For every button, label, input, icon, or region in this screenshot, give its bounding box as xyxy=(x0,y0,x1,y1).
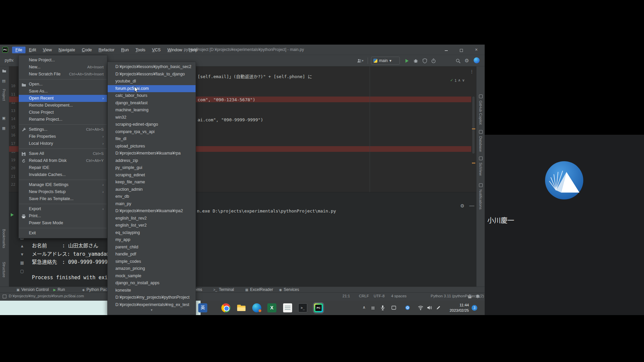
status-widget[interactable]: 21:1 xyxy=(342,294,350,298)
file-menu-item-file-properties[interactable]: File Properties› xyxy=(19,133,107,140)
sidebar-item-github-copilot[interactable]: GitHub Copilot xyxy=(479,101,483,125)
recent-project-item[interactable]: english_list_rev2 xyxy=(108,215,196,222)
recent-project-item[interactable]: handle_pdf xyxy=(108,251,196,258)
file-menu-item-new[interactable]: New...Alt+Insert xyxy=(19,64,107,71)
file-menu-item-new-project[interactable]: New Project... xyxy=(19,57,107,64)
file-menu-item-manage-ide-settings[interactable]: Manage IDE Settings› xyxy=(19,181,107,188)
file-menu-item-close-project[interactable]: Close Project xyxy=(19,109,107,116)
console-tool-icon[interactable]: ▦ xyxy=(20,260,25,265)
file-menu-item-reload-all-from-disk[interactable]: Reload All from DiskCtrl+Alt+Y xyxy=(19,157,107,164)
menu-navigate[interactable]: Navigate xyxy=(55,47,78,53)
bell-icon[interactable] xyxy=(476,294,480,299)
minimize-button[interactable] xyxy=(441,47,451,53)
file-menu-item-save-file-as-template[interactable]: Save File as Template... xyxy=(19,195,107,202)
file-menu-item-settings[interactable]: Settings...Ctrl+Alt+S xyxy=(19,126,107,133)
notes-icon[interactable] xyxy=(283,303,292,312)
recent-project-item[interactable]: env_db xyxy=(108,193,196,200)
file-menu-item-remote-development[interactable]: Remote Development... xyxy=(19,102,107,109)
recent-project-item[interactable]: D:¥projects¥members¥ikuama¥rpa xyxy=(108,150,196,157)
console-tool-icon[interactable]: ▢ xyxy=(20,269,25,274)
chrome-icon[interactable] xyxy=(221,303,230,312)
file-menu-item-save-all[interactable]: Save AllCtrl+S xyxy=(19,150,107,157)
grid-icon[interactable] xyxy=(371,306,375,310)
recent-project-item[interactable]: my_app xyxy=(108,236,196,244)
console-tool-icon[interactable]: ▼ xyxy=(20,252,25,257)
recent-project-item[interactable]: django_no_install_apps xyxy=(108,280,196,287)
menu-file[interactable]: File xyxy=(12,47,25,53)
recent-project-item[interactable]: upload_pictures xyxy=(108,143,196,150)
menu-run[interactable]: Run xyxy=(118,47,132,53)
structure-icon[interactable]: ▦ xyxy=(2,126,7,130)
hide-panel-icon[interactable]: — xyxy=(469,202,474,208)
more-options-icon[interactable]: ⋮ xyxy=(470,69,474,74)
menu-edit[interactable]: Edit xyxy=(25,47,40,53)
menu-code[interactable]: Code xyxy=(78,47,95,53)
tool-button-services[interactable]: ◉Services xyxy=(279,287,299,292)
status-widget[interactable]: UTF-8 xyxy=(374,294,385,298)
tool-button-version-control[interactable]: ▣Version Control xyxy=(16,287,49,292)
recent-project-item[interactable]: eq_sclayping xyxy=(108,229,196,237)
recent-project-item[interactable]: py_simple_gui xyxy=(108,164,196,172)
file-menu-item-invalidate-caches[interactable]: Invalidate Caches... xyxy=(19,171,107,178)
file-menu-item-print[interactable]: Print... xyxy=(19,213,107,220)
debug-button[interactable] xyxy=(413,57,418,64)
recent-project-item[interactable]: address_zip xyxy=(108,157,196,165)
recent-project-item[interactable]: main_py xyxy=(108,200,196,208)
tool-button-terminal[interactable]: >_Terminal xyxy=(213,287,234,292)
file-menu-item-exit[interactable]: Exit xyxy=(19,230,107,237)
recent-project-item[interactable]: english_list_ver2 xyxy=(108,222,196,229)
recent-project-item[interactable]: amazon_pricing xyxy=(108,265,196,273)
ime-badge[interactable]: 英 xyxy=(198,303,207,312)
tool-button-excelreader[interactable]: ▦ExcelReader xyxy=(245,287,273,292)
wifi-icon[interactable] xyxy=(418,305,423,310)
recent-project-item[interactable]: parent_child xyxy=(108,244,196,251)
run-button[interactable] xyxy=(404,57,409,64)
sidebar-item-sciview[interactable]: SciView xyxy=(479,163,483,176)
recent-project-item[interactable]: machine_learning xyxy=(108,107,196,114)
avatar[interactable] xyxy=(474,57,480,63)
recent-project-item[interactable]: keep_file_name xyxy=(108,179,196,186)
sciview-icon[interactable] xyxy=(479,157,483,160)
project-tab-icon[interactable] xyxy=(2,69,7,74)
user-icon[interactable]: ▾ xyxy=(357,57,364,64)
recent-project-item[interactable]: mock_sample xyxy=(108,273,196,280)
editor-scrollbar[interactable] xyxy=(472,97,475,154)
pen-icon[interactable] xyxy=(436,305,441,310)
sidebar-item-structure[interactable]: Structure xyxy=(2,262,6,278)
mic-icon[interactable] xyxy=(380,305,385,310)
search-icon[interactable] xyxy=(455,57,461,64)
recent-project-item[interactable]: D:¥projects¥members¥ikuama¥rpa2 xyxy=(108,207,196,215)
recent-project-item[interactable]: konesite xyxy=(108,287,196,294)
status-widget[interactable]: 4 spaces xyxy=(391,294,407,298)
file-menu-item-new-scratch-file[interactable]: New Scratch FileCtrl+Alt+Shift+Insert xyxy=(19,71,107,78)
recent-project-item[interactable]: calc_labor_hours xyxy=(108,92,196,100)
recent-project-item[interactable]: win32 xyxy=(108,114,196,121)
edge-icon[interactable] xyxy=(252,303,261,312)
gear-icon[interactable]: ⚙ xyxy=(465,57,469,64)
notifications-icon[interactable] xyxy=(479,183,483,187)
close-button[interactable]: × xyxy=(471,47,481,53)
recent-project-item[interactable]: auction_admin xyxy=(108,186,196,193)
sidebar-item-database[interactable]: Database xyxy=(479,136,483,152)
inspection-widget[interactable]: ✓1 ∧ ∨ xyxy=(450,77,465,83)
file-menu-item-open-recent[interactable]: Open Recent› xyxy=(19,95,107,102)
recent-project-item[interactable]: D:¥projects¥my_projects¥pythonProject xyxy=(108,294,196,301)
terminal-icon[interactable]: >_ xyxy=(298,303,307,312)
menu-window[interactable]: Window xyxy=(164,47,185,53)
file-menu-item-repair-ide[interactable]: Repair IDE xyxy=(19,164,107,171)
file-menu-item-power-save-mode[interactable]: Power Save Mode xyxy=(19,220,107,227)
recent-project-item[interactable]: forum.pc5bai.com xyxy=(108,85,196,93)
menu-view[interactable]: View xyxy=(40,47,55,53)
pycharm-icon[interactable] xyxy=(314,303,323,312)
maximize-button[interactable] xyxy=(456,47,466,53)
menu-tools[interactable]: Tools xyxy=(132,47,149,53)
file-menu-item-new-projects-setup[interactable]: New Projects Setup› xyxy=(19,188,107,195)
file-menu-item-export[interactable]: Export› xyxy=(19,205,107,213)
file-menu-item-local-history[interactable]: Local History› xyxy=(19,140,107,147)
coverage-button[interactable] xyxy=(422,57,427,64)
console-tool-icon[interactable]: ▲ xyxy=(20,244,25,249)
menu-vcs[interactable]: VCS xyxy=(149,47,164,53)
recent-project-item[interactable]: D:¥projects¥lessons¥flask_to_django xyxy=(108,71,196,78)
tablet-icon[interactable] xyxy=(391,305,396,310)
sidebar-item-notifications[interactable]: Notifications xyxy=(479,189,483,209)
